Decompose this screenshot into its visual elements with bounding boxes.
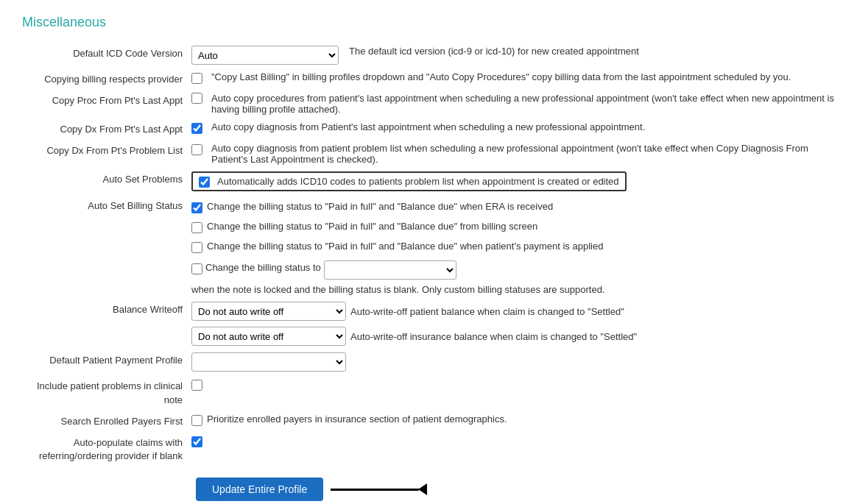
- desc-auto-set-problems: Automatically adds ICD10 codes to patien…: [217, 176, 619, 187]
- row-copy-proc: Copy Proc From Pt's Last Appt Auto copy …: [22, 90, 835, 115]
- desc-billing-3-before: Change the billing status to: [205, 262, 321, 273]
- label-auto-set-problems: Auto Set Problems: [22, 169, 191, 186]
- desc-copy-dx-problem: Auto copy diagnosis from patient problem…: [211, 143, 835, 165]
- content-include-patient-problems: [191, 376, 835, 391]
- balance-row-0: Do not auto write off Write off to zero …: [191, 302, 624, 321]
- row-auto-populate: Auto-populate claims with referring/orde…: [22, 433, 835, 463]
- arrow-head-icon: [418, 483, 427, 495]
- row-include-patient-problems: Include patient problems in clinical not…: [22, 376, 835, 406]
- label-balance-writeoff: Balance Writeoff: [22, 299, 191, 316]
- checkbox-include-patient-problems[interactable]: [191, 380, 202, 391]
- billing-checkbox-row-1: Change the billing status to "Paid in fu…: [191, 221, 537, 233]
- content-auto-set-problems: Automatically adds ICD10 codes to patien…: [191, 169, 835, 191]
- content-copy-dx-last: Auto copy diagnosis from Patient's last …: [191, 119, 835, 134]
- arrow-line: [331, 489, 419, 491]
- row-search-enrolled: Search Enrolled Payers First Prioritize …: [22, 411, 835, 428]
- row-copy-dx-last: Copy Dx From Pt's Last Appt Auto copy di…: [22, 119, 835, 136]
- checkbox-auto-populate[interactable]: [191, 436, 202, 447]
- checkbox-billing-2[interactable]: [191, 242, 202, 253]
- billing-checkbox-row-2: Change the billing status to "Paid in fu…: [191, 241, 603, 253]
- select-balance-insurance[interactable]: Do not auto write off Write off to zero: [191, 327, 346, 346]
- desc-billing-2: Change the billing status to "Paid in fu…: [207, 241, 603, 252]
- content-copy-dx-problem: Auto copy diagnosis from patient problem…: [191, 141, 835, 165]
- label-copy-dx-problem: Copy Dx From Pt's Problem List: [22, 141, 191, 157]
- desc-balance-patient: Auto-write-off patient balance when clai…: [350, 306, 624, 317]
- checkbox-auto-set-problems[interactable]: [199, 177, 210, 188]
- checkbox-billing-3[interactable]: [191, 263, 202, 274]
- desc-copying-billing: "Copy Last Billing" in billing profiles …: [211, 71, 835, 82]
- update-entire-profile-button[interactable]: Update Entire Profile: [196, 478, 323, 501]
- checkbox-copy-proc[interactable]: [191, 93, 202, 104]
- auto-set-problems-box: Automatically adds ICD10 codes to patien…: [191, 171, 627, 191]
- update-row: Update Entire Profile: [22, 478, 835, 501]
- content-default-icd: Auto ICD-9 ICD-10 The default icd versio…: [191, 43, 835, 65]
- checkbox-copying-billing[interactable]: [191, 73, 202, 84]
- desc-billing-3-after: when the note is locked and the billing …: [191, 284, 604, 295]
- desc-billing-0: Change the billing status to "Paid in fu…: [207, 201, 553, 212]
- checkbox-billing-1[interactable]: [191, 222, 202, 233]
- label-copying-billing: Copying billing respects provider: [22, 69, 191, 86]
- label-include-patient-problems: Include patient problems in clinical not…: [22, 376, 191, 406]
- desc-copy-dx-last: Auto copy diagnosis from Patient's last …: [211, 121, 835, 132]
- content-auto-populate: [191, 433, 835, 447]
- content-copy-proc: Auto copy procedures from patient's last…: [191, 90, 835, 115]
- row-copy-dx-problem: Copy Dx From Pt's Problem List Auto copy…: [22, 141, 835, 165]
- label-copy-dx-last: Copy Dx From Pt's Last Appt: [22, 119, 191, 136]
- content-balance-writeoff: Do not auto write off Write off to zero …: [191, 299, 835, 346]
- form-wrapper: Default ICD Code Version Auto ICD-9 ICD-…: [22, 43, 835, 463]
- label-auto-set-billing: Auto Set Billing Status: [22, 196, 191, 213]
- checkbox-copy-dx-last[interactable]: [191, 123, 202, 134]
- label-auto-populate: Auto-populate claims with referring/orde…: [22, 433, 191, 463]
- select-balance-patient[interactable]: Do not auto write off Write off to zero: [191, 302, 346, 321]
- row-auto-set-billing: Auto Set Billing Status Change the billi…: [22, 196, 835, 295]
- label-search-enrolled: Search Enrolled Payers First: [22, 411, 191, 428]
- label-copy-proc: Copy Proc From Pt's Last Appt: [22, 90, 191, 107]
- label-default-payment-profile: Default Patient Payment Profile: [22, 350, 191, 367]
- desc-copy-proc: Auto copy procedures from patient's last…: [211, 93, 835, 115]
- row-default-payment-profile: Default Patient Payment Profile: [22, 350, 835, 372]
- billing-checkbox-row-0: Change the billing status to "Paid in fu…: [191, 201, 553, 213]
- content-default-payment-profile: [191, 350, 835, 372]
- content-auto-set-billing: Change the billing status to "Paid in fu…: [191, 196, 835, 295]
- desc-search-enrolled: Prioritize enrolled payers in insurance …: [207, 414, 507, 425]
- row-copying-billing: Copying billing respects provider "Copy …: [22, 69, 835, 86]
- content-search-enrolled: Prioritize enrolled payers in insurance …: [191, 411, 835, 426]
- checkbox-copy-dx-problem[interactable]: [191, 144, 202, 155]
- balance-row-1: Do not auto write off Write off to zero …: [191, 327, 637, 346]
- select-patient-payment-profile[interactable]: [191, 352, 346, 372]
- arrow-container: [331, 483, 427, 495]
- checkbox-billing-0[interactable]: [191, 202, 202, 213]
- select-billing-status[interactable]: [324, 260, 456, 280]
- row-balance-writeoff: Balance Writeoff Do not auto write off W…: [22, 299, 835, 346]
- row-auto-set-problems: Auto Set Problems Automatically adds ICD…: [22, 169, 835, 191]
- select-icd-version[interactable]: Auto ICD-9 ICD-10: [191, 46, 339, 65]
- checkbox-search-enrolled[interactable]: [191, 415, 202, 426]
- content-copying-billing: "Copy Last Billing" in billing profiles …: [191, 69, 835, 84]
- row-default-icd: Default ICD Code Version Auto ICD-9 ICD-…: [22, 43, 835, 65]
- desc-balance-insurance: Auto-write-off insurance balance when cl…: [350, 331, 637, 342]
- desc-default-icd: The default icd version (icd-9 or icd-10…: [349, 46, 835, 57]
- label-default-icd: Default ICD Code Version: [22, 43, 191, 60]
- page-title: Miscellaneous: [22, 15, 835, 30]
- desc-billing-1: Change the billing status to "Paid in fu…: [207, 221, 537, 232]
- billing-checkbox-row-3: Change the billing status to when the no…: [191, 260, 835, 295]
